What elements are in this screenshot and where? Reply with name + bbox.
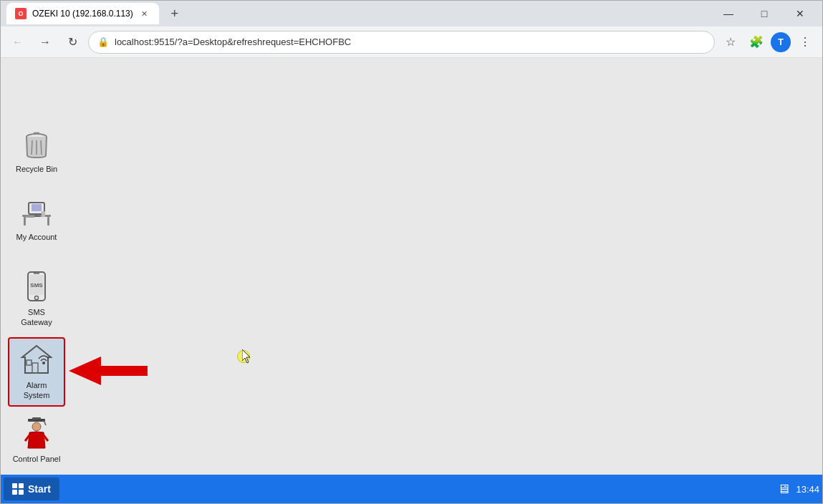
taskbar: Start 🖥 13:44 xyxy=(1,475,822,503)
recycle-bin-icon xyxy=(19,127,54,161)
sms-gateway-label: SMS Gateway xyxy=(12,307,61,328)
svg-rect-13 xyxy=(42,211,45,217)
alarm-system-icon xyxy=(19,343,54,377)
tab-favicon: O xyxy=(15,8,27,19)
tab-close-button[interactable]: ✕ xyxy=(139,8,150,19)
browser-frame: O OZEKI 10 (192.168.0.113) ✕ + — □ ✕ ← →… xyxy=(0,0,823,504)
red-arrow xyxy=(69,353,148,389)
window-controls: — □ ✕ xyxy=(712,1,817,26)
recycle-bin-label: Recycle Bin xyxy=(16,164,57,174)
maximize-button[interactable]: □ xyxy=(748,1,781,26)
svg-rect-20 xyxy=(32,363,38,373)
address-bar[interactable]: 🔒 localhost:9515/?a=Desktop&refreshreque… xyxy=(88,31,715,54)
svg-line-4 xyxy=(41,140,42,155)
start-icon xyxy=(12,483,24,495)
svg-rect-9 xyxy=(32,204,42,211)
back-button[interactable]: ← xyxy=(6,31,29,54)
taskbar-right: 🖥 13:44 xyxy=(777,482,819,497)
reload-button[interactable]: ↻ xyxy=(61,31,84,54)
svg-line-2 xyxy=(32,140,32,155)
svg-point-28 xyxy=(32,422,41,431)
svg-text:SMS: SMS xyxy=(30,282,43,289)
desktop-icon-control-panel[interactable]: Control Panel xyxy=(8,412,65,468)
minimize-button[interactable]: — xyxy=(712,1,745,26)
address-text: localhost:9515/?a=Desktop&refreshrequest… xyxy=(115,37,351,47)
title-bar: O OZEKI 10 (192.168.0.113) ✕ + — □ ✕ xyxy=(1,1,822,26)
nav-right-controls: ☆ 🧩 T ⋮ xyxy=(719,31,817,54)
desktop-area: Recycle Bin xyxy=(1,58,822,475)
nav-bar: ← → ↻ 🔒 localhost:9515/?a=Desktop&refres… xyxy=(1,26,822,58)
start-label: Start xyxy=(28,483,51,495)
my-account-icon xyxy=(19,195,54,229)
svg-rect-12 xyxy=(26,215,34,218)
new-tab-button[interactable]: + xyxy=(165,4,185,24)
start-button[interactable]: Start xyxy=(4,478,59,500)
svg-point-21 xyxy=(42,362,45,364)
alarm-system-label: AlarmSystem xyxy=(24,380,50,401)
my-account-label: My Account xyxy=(16,232,57,242)
close-button[interactable]: ✕ xyxy=(784,1,817,26)
cursor-highlight xyxy=(237,350,250,363)
tab-title: OZEKI 10 (192.168.0.113) xyxy=(32,9,133,19)
svg-rect-6 xyxy=(24,217,26,226)
control-panel-icon xyxy=(19,417,54,451)
svg-rect-26 xyxy=(32,417,41,420)
control-panel-label: Control Panel xyxy=(13,454,61,464)
sms-gateway-icon: SMS xyxy=(19,270,54,304)
profile-button[interactable]: T xyxy=(771,32,791,52)
menu-button[interactable]: ⋮ xyxy=(794,31,817,54)
taskbar-clock: 13:44 xyxy=(796,484,819,495)
bookmark-button[interactable]: ☆ xyxy=(719,31,742,54)
desktop-icon-my-account[interactable]: My Account xyxy=(8,190,65,246)
lock-icon: 🔒 xyxy=(97,37,109,47)
desktop-icon-sms-gateway[interactable]: SMS SMS Gateway xyxy=(8,266,65,332)
svg-rect-7 xyxy=(47,217,49,226)
desktop-icon-recycle-bin[interactable]: Recycle Bin xyxy=(8,122,65,178)
svg-point-17 xyxy=(35,296,39,300)
svg-rect-22 xyxy=(27,360,32,365)
forward-button[interactable]: → xyxy=(34,31,57,54)
browser-tab[interactable]: O OZEKI 10 (192.168.0.113) ✕ xyxy=(6,3,159,24)
svg-marker-23 xyxy=(69,357,148,385)
extensions-button[interactable]: 🧩 xyxy=(745,31,768,54)
taskbar-monitor-icon: 🖥 xyxy=(777,482,790,497)
desktop-icon-alarm-system[interactable]: AlarmSystem xyxy=(8,337,65,407)
svg-marker-19 xyxy=(22,346,51,373)
